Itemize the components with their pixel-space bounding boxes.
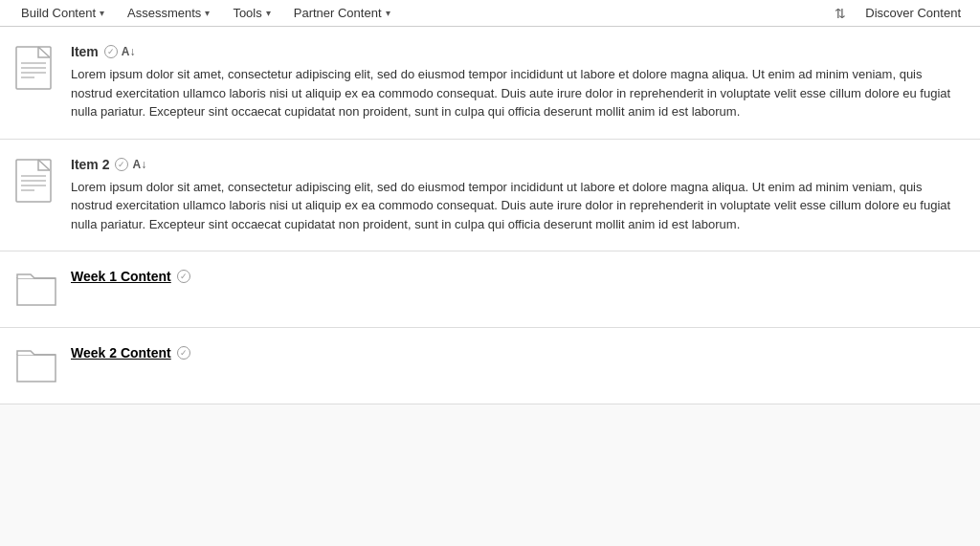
check-circle-icon: ✓ bbox=[177, 270, 190, 283]
item-body: Week 2 Content ✓ bbox=[71, 345, 965, 366]
discover-content-button[interactable]: Discover Content bbox=[856, 6, 970, 20]
folder-title-link[interactable]: Week 2 Content bbox=[71, 345, 171, 360]
content-area: Item ✓ A↓ Lorem ipsum dolor sit amet, co… bbox=[0, 27, 980, 546]
item-title-row: Item 2 ✓ A↓ bbox=[71, 157, 965, 172]
item-title-row: Item ✓ A↓ bbox=[71, 44, 965, 59]
folder-title-link[interactable]: Week 1 Content bbox=[71, 269, 171, 284]
item-body: Item 2 ✓ A↓ Lorem ipsum dolor sit amet, … bbox=[71, 157, 965, 234]
chevron-down-icon: ▾ bbox=[100, 8, 104, 18]
check-circle-icon: ✓ bbox=[104, 45, 118, 58]
nav-build-content-label: Build Content bbox=[21, 6, 96, 20]
item-description: Lorem ipsum dolor sit amet, consectetur … bbox=[71, 65, 965, 121]
item-body: Week 1 Content ✓ bbox=[71, 269, 965, 290]
item-title-row: Week 2 Content ✓ bbox=[71, 345, 965, 360]
item-title-row: Week 1 Content ✓ bbox=[71, 269, 965, 284]
list-item: Item 2 ✓ A↓ Lorem ipsum dolor sit amet, … bbox=[0, 140, 980, 252]
nav-build-content[interactable]: Build Content ▾ bbox=[10, 0, 116, 26]
navbar: Build Content ▾ Assessments ▾ Tools ▾ Pa… bbox=[0, 0, 980, 27]
folder-icon bbox=[15, 271, 57, 310]
item-title: Item bbox=[71, 44, 99, 59]
check-circle-icon: ✓ bbox=[177, 346, 190, 360]
nav-partner-content[interactable]: Partner Content ▾ bbox=[282, 0, 402, 26]
document-icon bbox=[15, 159, 57, 206]
nav-partner-content-label: Partner Content bbox=[294, 6, 382, 20]
list-item: Week 1 Content ✓ bbox=[0, 251, 980, 328]
chevron-down-icon: ▾ bbox=[205, 8, 210, 18]
list-item: Item ✓ A↓ Lorem ipsum dolor sit amet, co… bbox=[0, 27, 980, 140]
nav-tools-label: Tools bbox=[233, 6, 261, 20]
item-body: Item ✓ A↓ Lorem ipsum dolor sit amet, co… bbox=[71, 44, 965, 121]
document-icon bbox=[15, 46, 57, 93]
chevron-down-icon: ▾ bbox=[386, 8, 390, 18]
list-item: Week 2 Content ✓ bbox=[0, 328, 980, 404]
nav-assessments-label: Assessments bbox=[127, 6, 201, 20]
sort-icon[interactable]: ⇅ bbox=[825, 6, 856, 21]
az-sort-icon[interactable]: A↓ bbox=[122, 45, 136, 58]
check-circle-icon: ✓ bbox=[115, 158, 128, 171]
az-sort-icon[interactable]: A↓ bbox=[132, 158, 146, 171]
item-title: Item 2 bbox=[71, 157, 109, 172]
nav-tools[interactable]: Tools ▾ bbox=[221, 0, 281, 26]
item-description: Lorem ipsum dolor sit amet, consectetur … bbox=[71, 178, 965, 234]
folder-icon bbox=[15, 347, 57, 386]
chevron-down-icon: ▾ bbox=[266, 8, 271, 18]
nav-assessments[interactable]: Assessments ▾ bbox=[116, 0, 221, 26]
